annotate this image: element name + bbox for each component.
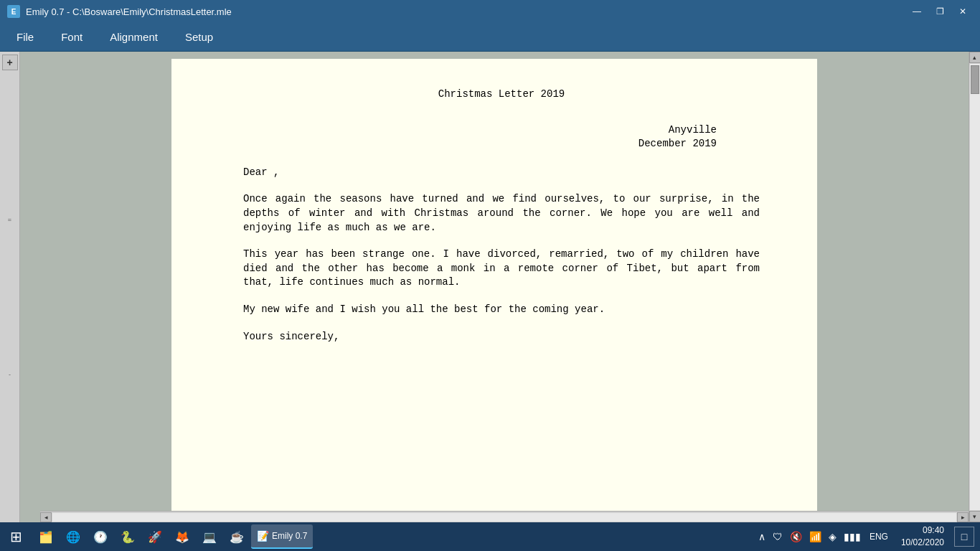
left-ruler: + = - <box>0 52 20 522</box>
scroll-down-arrow[interactable]: ▾ <box>969 511 981 522</box>
taskbar-app-rocket[interactable]: 🚀 <box>142 524 168 549</box>
ruler-mark-minus: - <box>9 371 11 378</box>
taskbar-app-terminal[interactable]: 💻 <box>197 524 222 549</box>
clock-date: 10/02/2020 <box>901 537 944 549</box>
taskbar-app-browser[interactable]: 🌐 <box>60 524 86 549</box>
taskbar-app-java[interactable]: ☕ <box>224 524 250 549</box>
tray-network-icon[interactable]: 📶 <box>808 529 823 544</box>
vertical-scrollbar: ▴ ▾ <box>969 52 980 522</box>
tray-battery-icon[interactable]: ▮▮▮ <box>842 529 862 544</box>
v-scroll-track[interactable] <box>970 64 980 510</box>
taskbar-app-clock[interactable]: 🕐 <box>88 524 113 549</box>
window-title: Emily 0.7 - C:\Bosware\Emily\ChristmasLe… <box>26 6 907 17</box>
system-clock[interactable]: 09:40 10/02/2020 <box>895 524 950 549</box>
taskbar-active-app[interactable]: 📝 Emily 0.7 <box>251 524 313 549</box>
scroll-left-arrow[interactable]: ◂ <box>40 512 52 522</box>
taskbar-app-files[interactable]: 🗂️ <box>33 524 59 549</box>
scroll-up-arrow[interactable]: ▴ <box>969 52 981 63</box>
system-tray: ∧ 🛡 🔇 📶 ◈ ▮▮▮ ENG 09:40 10/02/2020 □ <box>757 524 977 549</box>
close-button[interactable]: ✕ <box>953 4 973 19</box>
paragraph-3: My new wife and I wish you all the best … <box>243 303 760 317</box>
taskbar: ⊞ 🗂️ 🌐 🕐 🐍 🚀 🦊 💻 ☕ 📝 Emily 0.7 ∧ 🛡 🔇 📶 ◈… <box>0 522 980 551</box>
language-indicator[interactable]: ENG <box>867 530 891 543</box>
letter-address: Anyville December 2019 <box>243 123 717 151</box>
salutation: Dear , <box>243 166 760 180</box>
taskbar-app-snake[interactable]: 🐍 <box>115 524 141 549</box>
h-scroll-track[interactable] <box>52 513 956 522</box>
taskbar-app-firefox[interactable]: 🦊 <box>169 524 195 549</box>
paragraph-1: Once again the seasons have turned and w… <box>243 192 760 235</box>
notification-button[interactable]: □ <box>954 527 974 547</box>
horizontal-scrollbar: ◂ ▸ <box>40 511 969 522</box>
menu-font[interactable]: Font <box>47 23 96 51</box>
tray-volume-icon[interactable]: 🔇 <box>788 529 804 544</box>
document-paper: Christmas Letter 2019 Anyville December … <box>171 59 817 522</box>
tray-arrow-icon[interactable]: ∧ <box>757 529 767 544</box>
scroll-right-arrow[interactable]: ▸ <box>957 512 969 522</box>
paragraph-2: This year has been strange one. I have d… <box>243 248 760 290</box>
tray-dropbox-icon[interactable]: ◈ <box>827 529 838 544</box>
start-button[interactable]: ⊞ <box>3 524 29 549</box>
menu-bar: File Font Alignment Setup <box>0 23 980 52</box>
scroll-thumb[interactable] <box>971 65 979 94</box>
app-icon: E <box>7 5 20 18</box>
closing: Yours sincerely, <box>243 330 760 344</box>
taskbar-active-app-label: Emily 0.7 <box>272 531 307 541</box>
tray-security-icon[interactable]: 🛡 <box>771 529 784 544</box>
menu-setup[interactable]: Setup <box>171 23 227 51</box>
letter-title: Christmas Letter 2019 <box>243 88 760 102</box>
clock-time: 09:40 <box>901 524 944 537</box>
document-scroll-area[interactable]: Christmas Letter 2019 Anyville December … <box>20 52 969 522</box>
title-bar: E Emily 0.7 - C:\Bosware\Emily\Christmas… <box>0 0 980 23</box>
main-area: + = - Christmas Letter 2019 Anyville Dec… <box>0 52 980 522</box>
letter-body[interactable]: Dear , Once again the seasons have turne… <box>243 166 760 344</box>
ruler-plus-btn[interactable]: + <box>2 55 18 70</box>
address-line2: December 2019 <box>243 137 717 151</box>
menu-file[interactable]: File <box>3 23 47 51</box>
maximize-button[interactable]: ❐ <box>930 4 950 19</box>
minimize-button[interactable]: — <box>907 4 927 19</box>
address-line1: Anyville <box>243 123 717 138</box>
window-controls: — ❐ ✕ <box>907 4 973 19</box>
ruler-mark-eq: = <box>8 216 11 223</box>
menu-alignment[interactable]: Alignment <box>96 23 171 51</box>
